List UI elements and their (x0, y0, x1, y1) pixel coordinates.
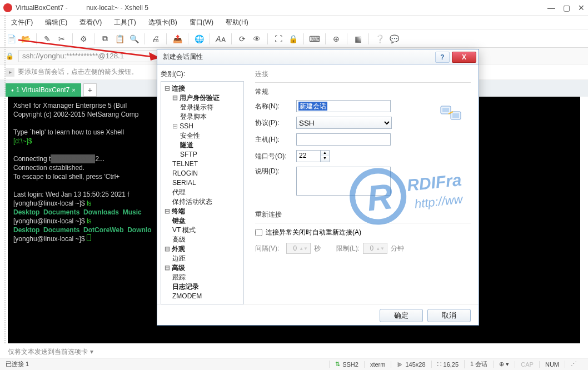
name-label: 名称(N): (255, 102, 296, 111)
toolbar: 📄 📂 ✎ ✂︎ ⚙ ⧉ 📋 🔍 🖨 📤 🌐 Aᴀ ⟳ 👁 ⛶ 🔒 ⌨ ⊕ ▦ … (0, 30, 588, 48)
group-reconnect: 重新连接 (255, 210, 471, 219)
dialog-close-button[interactable]: X (452, 52, 476, 63)
dialog-help-button[interactable]: ? (435, 52, 450, 63)
menu-window[interactable]: 窗口(W) (186, 16, 217, 29)
svg-rect-5 (452, 113, 459, 118)
status-connected: 已连接 1 (6, 360, 29, 368)
address-input[interactable] (18, 50, 174, 62)
new-session-icon[interactable]: 📄 (6, 33, 17, 44)
maximize-button[interactable]: ▢ (563, 3, 570, 12)
desc-label: 说明(D): (255, 167, 296, 176)
fullscreen-icon[interactable]: ⛶ (273, 33, 284, 44)
category-label: 类别(C): (161, 69, 244, 79)
limit-label: 限制(L): (336, 244, 360, 253)
transfer-icon[interactable]: 📤 (172, 33, 183, 44)
status-sess: 1 会话 (464, 360, 493, 368)
menu-file[interactable]: 文件(F) (8, 16, 36, 29)
refresh-icon[interactable]: ⟳ (237, 33, 248, 44)
host-label: 主机(H): (255, 135, 296, 144)
tab-close-icon[interactable]: × (72, 87, 75, 93)
status-pos: ⸬ 16,25 (431, 361, 465, 368)
cancel-button[interactable]: 取消 (427, 309, 471, 322)
chat-icon[interactable]: 💬 (388, 33, 400, 44)
window-titlebar: VirtualBoxCent7 - nux-local:~ - Xshell 5… (0, 0, 588, 16)
status-size: ⫸ 145x28 (391, 361, 431, 368)
form-title: 连接 (255, 69, 471, 79)
menu-tools[interactable]: 工具(T) (111, 16, 139, 29)
add-icon[interactable]: ⊕ (331, 33, 342, 44)
group-general: 常规 (255, 87, 471, 97)
dialog-title: 新建会话属性 (163, 52, 435, 62)
find-icon[interactable]: 🔍 (128, 33, 139, 44)
menubar: 文件(F) 编辑(E) 查看(V) 工具(T) 选项卡(B) 窗口(W) 帮助(… (0, 16, 588, 30)
help-icon[interactable]: ❔ (374, 33, 385, 44)
bookmark-add-icon[interactable]: ▸ (6, 68, 14, 77)
session-tab[interactable]: ● 1 VirtualBoxCent7 × (6, 83, 81, 97)
globe-icon[interactable]: 🌐 (193, 33, 205, 44)
interval-field: 0▲▼ (286, 243, 311, 254)
status-cap: CAP (515, 361, 539, 368)
menu-help[interactable]: 帮助(H) (222, 16, 252, 29)
add-tab-button[interactable]: + (83, 83, 97, 97)
copy-icon[interactable]: ⧉ (99, 33, 111, 44)
name-field[interactable]: 新建会话 (296, 100, 391, 112)
reconnect-checkbox[interactable] (255, 229, 262, 236)
status-bar: 已连接 1 ⇅SSH2 xterm ⫸ 145x28 ⸬ 16,25 1 会话 … (0, 358, 588, 370)
lock-icon[interactable]: 🔒 (287, 33, 298, 44)
edit-icon[interactable]: ✎ (42, 33, 53, 44)
new-session-dialog: 新建会话属性 ? X 类别(C): ⊟ 连接 ⊟ 用户身份验证 登录提示符 登录… (157, 49, 479, 326)
cut-icon[interactable]: ✂︎ (56, 33, 67, 44)
svg-rect-4 (442, 108, 449, 112)
app-icon (3, 3, 12, 12)
window-title: VirtualBoxCent7 - nux-local:~ - Xshell 5 (16, 4, 547, 12)
interval-label: 间隔(V): (255, 244, 283, 253)
tab-label: 1 VirtualBoxCent7 (16, 86, 70, 94)
eye-icon[interactable]: 👁 (251, 33, 262, 44)
category-tree[interactable]: ⊟ 连接 ⊟ 用户身份验证 登录提示符 登录脚本 ⊟ SSH 安全性 隧道 SF… (161, 81, 244, 304)
status-num: NUM (539, 361, 565, 368)
status-bell: ⊕ ▾ (493, 361, 515, 368)
send-dropdown-icon[interactable]: ▾ (90, 348, 93, 356)
ok-button[interactable]: 确定 (380, 309, 423, 322)
print-icon[interactable]: 🖨 (150, 33, 161, 44)
protocol-select[interactable]: SSH (296, 117, 392, 129)
keyboard-icon[interactable]: ⌨ (309, 33, 320, 44)
paste-icon[interactable]: 📋 (114, 33, 125, 44)
font-icon[interactable]: Aᴀ (215, 33, 226, 44)
desc-field[interactable] (296, 167, 391, 196)
reconnect-label: 连接异常关闭时自动重新连接(A) (266, 228, 361, 237)
network-icon (440, 104, 462, 123)
port-stepper[interactable]: 22▲▼ (296, 150, 330, 162)
send-bar-text: 仅将文本发送到当前选项卡 (8, 347, 88, 357)
menu-view[interactable]: 查看(V) (76, 16, 105, 29)
close-window-button[interactable]: ✕ (578, 3, 585, 12)
minimize-button[interactable]: — (547, 3, 555, 12)
menu-edit[interactable]: 编辑(E) (42, 16, 71, 29)
status-term: xterm (364, 361, 391, 368)
protocol-label: 协议(P): (255, 118, 296, 128)
lock-small-icon: 🔒 (6, 52, 14, 60)
grid-icon[interactable]: ▦ (352, 33, 363, 44)
min-unit: 分钟 (391, 244, 404, 253)
dialog-titlebar[interactable]: 新建会话属性 ? X (157, 49, 479, 65)
menu-tab[interactable]: 选项卡(B) (145, 16, 181, 29)
host-field[interactable] (296, 133, 391, 146)
limit-field: 0▲▼ (363, 243, 387, 254)
settings-icon[interactable]: ⚙ (78, 33, 89, 44)
send-bar: 仅将文本发送到当前选项卡 ▾ (8, 346, 580, 358)
sec-unit: 秒 (314, 244, 321, 253)
hint-text: 要添加当前会话，点击左侧的箭头按钮。 (18, 67, 138, 77)
status-ssh: ⇅SSH2 (329, 361, 364, 368)
status-resize-grip[interactable]: ⋰ (565, 361, 582, 368)
port-label: 端口号(O): (255, 152, 296, 161)
open-icon[interactable]: 📂 (20, 33, 31, 44)
